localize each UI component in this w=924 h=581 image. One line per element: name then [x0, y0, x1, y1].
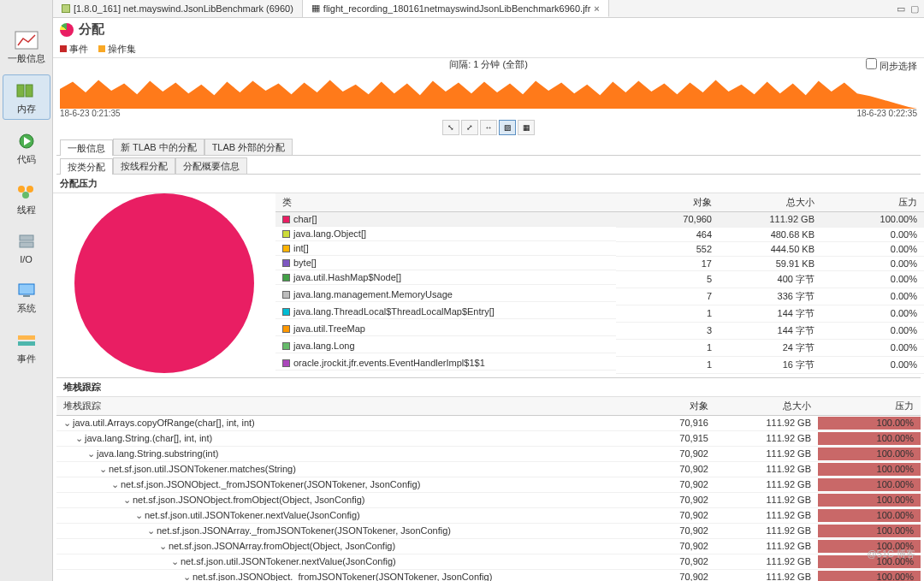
reset-button[interactable]: ▦ — [518, 120, 535, 135]
legend-label: 事件 — [69, 44, 88, 54]
col-objects[interactable]: 对象 — [616, 193, 719, 212]
expand-icon[interactable]: ⌄ — [183, 572, 191, 582]
col-objects[interactable]: 对象 — [613, 397, 715, 416]
svg-rect-2 — [26, 85, 33, 97]
table-row[interactable]: char[]70,960111.92 GB100.00% — [275, 212, 924, 228]
stacktrace-row[interactable]: ⌄java.lang.String.(char[], int, int)70,9… — [56, 430, 921, 446]
expand-icon[interactable]: ⌄ — [63, 418, 71, 429]
stacktrace-row[interactable]: ⌄net.sf.json.JSONArray.fromObject(Object… — [56, 538, 921, 554]
sidebar-label: 代码 — [17, 153, 36, 166]
expand-icon[interactable]: ⌄ — [99, 464, 107, 475]
subtab-by-thread[interactable]: 按线程分配 — [113, 157, 175, 174]
color-chip — [282, 308, 290, 316]
table-row[interactable]: java.lang.management.MemoryUsage7336 字节0… — [275, 288, 924, 305]
stacktrace-row[interactable]: ⌄net.sf.json.JSONObject._fromJSONTokener… — [56, 477, 921, 492]
col-pressure[interactable]: 压力 — [818, 397, 921, 416]
subtab-outside-tlab[interactable]: TLAB 外部的分配 — [204, 139, 293, 155]
select-button[interactable]: ▨ — [499, 120, 516, 135]
stacktrace-row[interactable]: ⌄net.sf.json.JSONArray._fromJSONTokener(… — [56, 523, 921, 538]
table-row[interactable]: java.util.TreeMap3144 字节0.00% — [275, 322, 924, 339]
expand-icon[interactable]: ⌄ — [111, 479, 119, 490]
sidebar-item-code[interactable]: 代码 — [3, 125, 50, 170]
sidebar-item-general[interactable]: 一般信息 — [3, 24, 50, 69]
pie-chart-wrap — [53, 193, 275, 374]
stack-table-wrap[interactable]: 堆栈跟踪 对象 总大小 压力 ⌄java.util.Arrays.copyOfR… — [56, 397, 921, 582]
color-chip — [282, 291, 290, 299]
stacktrace-row[interactable]: ⌄net.sf.json.util.JSONTokener.nextValue(… — [56, 554, 921, 569]
subtab-by-class[interactable]: 按类分配 — [60, 158, 113, 175]
sidebar-item-events[interactable]: 事件 — [3, 324, 50, 370]
col-pressure[interactable]: 压力 — [821, 193, 924, 212]
color-chip — [282, 245, 290, 252]
expand-icon[interactable]: ⌄ — [159, 541, 167, 552]
stacktrace-row[interactable]: ⌄java.util.Arrays.copyOfRange(char[], in… — [56, 415, 921, 430]
expand-icon[interactable]: ⌄ — [123, 495, 131, 506]
table-row[interactable]: int[]552444.50 KB0.00% — [275, 241, 924, 256]
subtab-new-tlab[interactable]: 新 TLAB 中的分配 — [113, 139, 204, 155]
alloc-mode-tabs: 一般信息 新 TLAB 中的分配 TLAB 外部的分配 — [56, 139, 921, 156]
table-row[interactable]: byte[]1759.91 KB0.00% — [275, 256, 924, 270]
page-title: 分配 — [79, 21, 104, 38]
subtab-summary[interactable]: 分配概要信息 — [175, 157, 247, 174]
subtab-general[interactable]: 一般信息 — [60, 139, 113, 156]
maximize-icon[interactable]: ▢ — [910, 3, 919, 15]
expand-icon[interactable]: ⌄ — [147, 525, 155, 537]
close-icon[interactable]: × — [594, 3, 599, 14]
stacktrace-row[interactable]: ⌄net.sf.json.util.JSONTokener.nextValue(… — [56, 507, 921, 523]
jvm-icon — [62, 4, 70, 13]
minimize-icon[interactable]: ▭ — [897, 3, 905, 15]
threads-icon — [13, 180, 40, 204]
stacktrace-row[interactable]: ⌄net.sf.json.util.JSONTokener.matches(St… — [56, 461, 921, 477]
table-row[interactable]: java.lang.Long124 字节0.00% — [275, 339, 924, 356]
sidebar-item-memory[interactable]: 内存 — [3, 74, 50, 120]
svg-rect-13 — [18, 341, 35, 346]
table-row[interactable]: oracle.jrockit.jfr.events.EventHandlerIm… — [275, 356, 924, 373]
tab-label: flight_recording_180161netmayswindJsonLi… — [323, 3, 590, 14]
stack-panel-title: 堆栈跟踪 — [56, 378, 921, 397]
memory-icon — [13, 79, 40, 103]
table-row[interactable]: java.lang.ThreadLocal$ThreadLocalMap$Ent… — [275, 305, 924, 322]
expand-icon[interactable]: ⌄ — [87, 448, 95, 459]
svg-rect-12 — [18, 335, 35, 340]
expand-icon[interactable]: ⌄ — [135, 510, 143, 521]
stacktrace-row[interactable]: ⌄java.lang.String.substring(int)70,90211… — [56, 446, 921, 461]
system-icon — [13, 278, 40, 302]
events-icon — [13, 329, 40, 353]
col-size[interactable]: 总大小 — [719, 193, 821, 212]
stacktrace-row[interactable]: ⌄net.sf.json.JSONObject._fromJSONTokener… — [56, 569, 921, 581]
timeline-chart[interactable] — [60, 73, 917, 109]
color-chip — [282, 342, 290, 350]
tab-jvm[interactable]: [1.8.0_161] net.mayswind.JsonLibBenchmar… — [53, 0, 303, 17]
zoom-out-button[interactable]: ⤡ — [442, 120, 459, 135]
sidebar-item-io[interactable]: I/O — [3, 226, 50, 269]
pie-chart[interactable] — [74, 193, 254, 373]
chart-toolbar: ⤡ ⤢ ↔ ▨ ▦ — [53, 118, 924, 137]
color-chip — [282, 216, 290, 223]
main-area: [1.8.0_161] net.mayswind.JsonLibBenchmar… — [53, 0, 924, 581]
stack-table: 堆栈跟踪 对象 总大小 压力 ⌄java.util.Arrays.copyOfR… — [56, 397, 921, 582]
table-row[interactable]: java.lang.Object[]464480.68 KB0.00% — [275, 227, 924, 241]
col-trace[interactable]: 堆栈跟踪 — [56, 397, 613, 416]
col-size[interactable]: 总大小 — [715, 397, 818, 416]
sync-selection-checkbox[interactable]: 同步选择 — [866, 58, 917, 73]
sidebar-item-threads[interactable]: 线程 — [3, 175, 50, 221]
svg-rect-1 — [17, 85, 24, 97]
sidebar-item-system[interactable]: 系统 — [3, 274, 50, 319]
expand-icon[interactable]: ⌄ — [171, 556, 179, 567]
alloc-table-wrap[interactable]: 类 对象 总大小 压力 char[]70,960111.92 GB100.00%… — [275, 193, 924, 374]
table-row[interactable]: java.util.HashMap$Node[]5400 字节0.00% — [275, 270, 924, 288]
time-axis: 18-6-23 0:21:35 18-6-23 0:22:35 — [53, 109, 924, 118]
stack-panel: 堆栈跟踪 堆栈跟踪 对象 总大小 压力 ⌄java.util.Arrays.co… — [56, 377, 921, 582]
svg-point-6 — [27, 186, 33, 193]
tab-jfr[interactable]: ▦flight_recording_180161netmayswindJsonL… — [303, 0, 609, 17]
zoom-in-button[interactable]: ⤢ — [461, 120, 478, 135]
color-chip — [282, 259, 290, 267]
code-icon — [13, 129, 40, 153]
tab-label: [1.8.0_161] net.mayswind.JsonLibBenchmar… — [74, 3, 293, 14]
gauge-icon — [13, 28, 40, 52]
io-icon — [13, 230, 40, 254]
stacktrace-row[interactable]: ⌄net.sf.json.JSONObject.fromObject(Objec… — [56, 492, 921, 507]
pan-button[interactable]: ↔ — [480, 120, 497, 135]
expand-icon[interactable]: ⌄ — [75, 433, 83, 444]
col-class[interactable]: 类 — [275, 193, 616, 212]
